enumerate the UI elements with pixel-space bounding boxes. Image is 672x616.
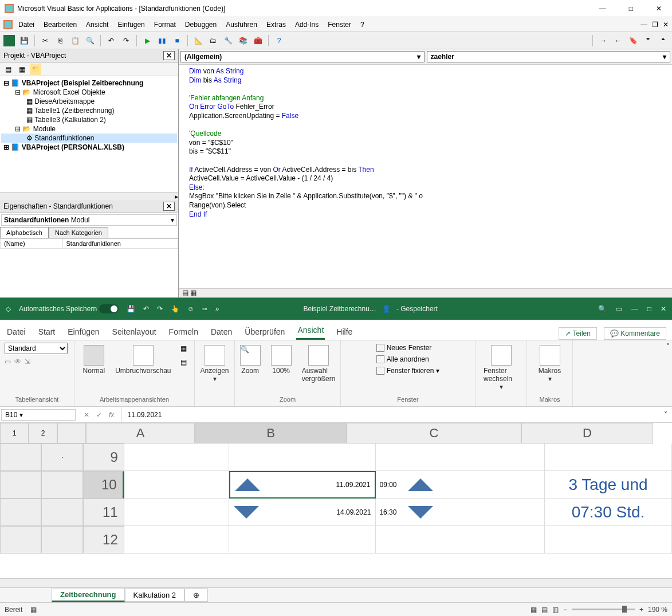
tab-datei[interactable]: Datei bbox=[6, 324, 27, 340]
group-col-2[interactable]: 2 bbox=[29, 423, 57, 444]
tab-daten[interactable]: Daten bbox=[210, 324, 233, 340]
pagebreak-button[interactable]: Umbruchvorschau bbox=[112, 343, 174, 377]
save-icon[interactable]: 💾 bbox=[127, 305, 135, 313]
excel-icon[interactable] bbox=[3, 35, 15, 46]
stop-button[interactable]: ■ bbox=[171, 35, 183, 46]
quickaccess-icon[interactable]: ◇ bbox=[6, 305, 11, 313]
find-button[interactable]: 🔍 bbox=[84, 35, 96, 46]
tab-einfuegen[interactable]: Einfügen bbox=[66, 324, 100, 340]
tree-project-1[interactable]: ⊟ 📘 VBAProject (Beispiel Zeitberechnung bbox=[1, 79, 177, 88]
col-head-d[interactable]: D bbox=[521, 423, 653, 444]
cell-c11[interactable]: 16:30 bbox=[376, 499, 545, 526]
select-all-corner[interactable] bbox=[57, 423, 86, 444]
add-sheet-button[interactable]: ⊕ bbox=[184, 588, 208, 602]
menu-datei[interactable]: Datei bbox=[15, 19, 38, 30]
design-mode-button[interactable]: 📐 bbox=[192, 35, 204, 46]
project-explorer-button[interactable]: 🗂 bbox=[207, 35, 219, 46]
sheet-tab-zeitberechnung[interactable]: Zeitberechnung bbox=[52, 588, 125, 602]
copy-button[interactable]: ⎘ bbox=[54, 35, 66, 46]
exit-view-icon[interactable]: ⇲ bbox=[25, 358, 30, 366]
tab-start[interactable]: Start bbox=[37, 324, 57, 340]
cell-d11[interactable]: 07:30 Std. bbox=[545, 499, 672, 526]
props-tab-cat[interactable]: Nach Kategorien bbox=[49, 227, 108, 238]
paste-button[interactable]: 📋 bbox=[69, 35, 81, 46]
view-normal-icon[interactable]: ▦ bbox=[530, 606, 537, 614]
expand-formula-icon[interactable]: ˅ bbox=[659, 411, 672, 419]
macro-record-icon[interactable]: ▦ bbox=[30, 606, 37, 614]
excel-maximize-button[interactable]: □ bbox=[647, 305, 651, 313]
tab-formeln[interactable]: Formeln bbox=[168, 324, 199, 340]
menu-bearbeiten[interactable]: Bearbeiten bbox=[40, 19, 80, 30]
close-button[interactable]: ✕ bbox=[650, 2, 667, 15]
zoom-button[interactable]: 🔍Zoom bbox=[237, 343, 264, 377]
cell-a11[interactable] bbox=[124, 499, 229, 526]
object-browser-button[interactable]: 📚 bbox=[237, 35, 249, 46]
tree-excel-objects[interactable]: ⊟ 📂 Microsoft Excel Objekte bbox=[1, 88, 177, 97]
tree-sheet-1[interactable]: ▦ Tabelle1 (Zeitberechnung) bbox=[1, 106, 177, 115]
custom-views-icon[interactable]: ▤ bbox=[178, 356, 190, 368]
eye-icon[interactable]: 👁 bbox=[14, 358, 21, 366]
zoom-in-button[interactable]: + bbox=[639, 606, 643, 614]
macros-button[interactable]: Makros▾ bbox=[535, 343, 564, 385]
group-col-1[interactable]: 1 bbox=[0, 423, 29, 444]
props-tab-alpha[interactable]: Alphabetisch bbox=[0, 227, 49, 238]
comment-block-button[interactable]: ❞ bbox=[642, 35, 654, 46]
menu-ausfuehren[interactable]: Ausführen bbox=[222, 19, 261, 30]
menu-extras[interactable]: Extras bbox=[263, 19, 289, 30]
maximize-button[interactable]: □ bbox=[623, 2, 639, 15]
row-head-9[interactable]: 9 bbox=[83, 444, 124, 471]
autosave-toggle[interactable]: Automatisches Speichern bbox=[19, 304, 119, 313]
tree-workbook[interactable]: ▦ DieseArbeitsmappe bbox=[1, 97, 177, 106]
run-button[interactable]: ▶ bbox=[142, 35, 153, 46]
view-object-button[interactable]: ▦ bbox=[16, 64, 27, 75]
arrange-all-button[interactable]: Alle anordnen bbox=[374, 354, 442, 364]
menu-ansicht[interactable]: Ansicht bbox=[82, 19, 112, 30]
tree-project-2[interactable]: ⊞ 📘 VBAProject (PERSONAL.XLSB) bbox=[1, 143, 177, 152]
properties-object-select[interactable]: Standardfunktionen Modul ▾ bbox=[1, 214, 177, 226]
pause-button[interactable]: ▮▮ bbox=[156, 35, 168, 46]
row-head-12[interactable]: 12 bbox=[83, 526, 124, 554]
cell-a10[interactable] bbox=[124, 471, 229, 499]
bookmark-button[interactable]: 🔖 bbox=[627, 35, 639, 46]
zoom-100-button[interactable]: 100% bbox=[268, 343, 295, 377]
procedure-combo[interactable]: zaehler▾ bbox=[427, 51, 671, 62]
comments-button[interactable]: 💬 Kommentare bbox=[604, 327, 666, 340]
excel-close-button[interactable]: ✕ bbox=[661, 305, 666, 313]
uncomment-block-button[interactable]: ❝ bbox=[657, 35, 669, 46]
excel-minimize-button[interactable]: — bbox=[631, 305, 638, 313]
row-head-11[interactable]: 11 bbox=[83, 499, 124, 526]
more-icon[interactable]: ▫▫ bbox=[202, 305, 207, 313]
properties-pane-close-button[interactable]: ✕ bbox=[163, 202, 175, 211]
col-head-c[interactable]: C bbox=[347, 423, 521, 444]
undo-button[interactable]: ↶ bbox=[105, 35, 117, 46]
undo-icon[interactable]: ↶ bbox=[143, 305, 149, 313]
outdent-button[interactable]: ← bbox=[612, 35, 624, 46]
project-tree[interactable]: ⊟ 📘 VBAProject (Beispiel Zeitberechnung … bbox=[0, 76, 178, 192]
mdi-minimize-button[interactable]: — bbox=[640, 21, 647, 29]
object-combo[interactable]: (Allgemein)▾ bbox=[180, 51, 425, 62]
cell-d10[interactable]: 3 Tage und bbox=[545, 471, 672, 499]
menu-einfuegen[interactable]: Einfügen bbox=[114, 19, 148, 30]
touch-icon[interactable]: 👆 bbox=[171, 305, 179, 313]
col-head-b[interactable]: B bbox=[195, 423, 347, 444]
new-window-button[interactable]: Neues Fenster bbox=[374, 343, 442, 353]
tab-seitenlayout[interactable]: Seitenlayout bbox=[111, 324, 158, 340]
anzeigen-button[interactable]: Anzeigen▾ bbox=[197, 343, 232, 385]
code-editor[interactable]: Dim von As StringDim bis As String 'Fehl… bbox=[179, 65, 672, 288]
save-button[interactable]: 💾 bbox=[18, 35, 30, 46]
tab-ueberpruefen[interactable]: Überprüfen bbox=[243, 324, 286, 340]
name-box[interactable]: B10 ▾ bbox=[1, 409, 76, 421]
cell-b11[interactable]: 14.09.2021 bbox=[229, 499, 376, 526]
zoom-selection-button[interactable]: Auswahl vergrößern bbox=[298, 343, 339, 385]
menu-debuggen[interactable]: Debuggen bbox=[182, 19, 220, 30]
minimize-button[interactable]: — bbox=[594, 2, 612, 15]
tree-module-standardfunktionen[interactable]: ⚙ Standardfunktionen bbox=[1, 134, 177, 143]
expand-icon[interactable]: » bbox=[215, 305, 219, 313]
ribbon-display-icon[interactable]: ▭ bbox=[616, 305, 622, 313]
date-down-icon[interactable] bbox=[234, 506, 259, 519]
redo-button[interactable]: ↷ bbox=[120, 35, 132, 46]
zoom-level[interactable]: 190 % bbox=[648, 606, 667, 614]
cancel-formula-icon[interactable]: ✕ bbox=[84, 411, 89, 419]
smiley-icon[interactable]: ☺ bbox=[187, 305, 194, 313]
toolbox-button[interactable]: 🧰 bbox=[252, 35, 264, 46]
